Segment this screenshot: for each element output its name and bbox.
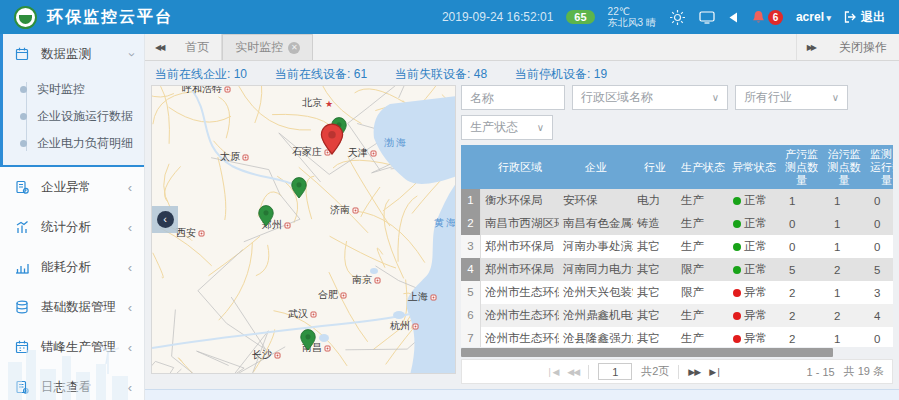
city-marker-icon (375, 278, 380, 283)
prev-page-icon[interactable]: ◀◀ (567, 367, 579, 377)
notifications[interactable]: 6 (752, 10, 783, 25)
aqi-badge: 65 (566, 10, 594, 24)
database-icon (15, 300, 31, 314)
table-cell: 异常 (729, 308, 779, 323)
speaker-icon[interactable] (728, 12, 739, 23)
sidebar-item[interactable]: 基础数据管理‹ (3, 287, 144, 327)
city-marker-icon (275, 353, 280, 358)
sidebar-menu: 数据监测‹实时监控企业设施运行数据企业电力负荷明细企业异常‹统计分析‹能耗分析‹… (0, 34, 144, 400)
sidebar-subitem[interactable]: 企业电力负荷明细 (3, 130, 144, 157)
tabs-scroll-right-icon[interactable]: ▶▶ (797, 43, 825, 52)
monitor-icon[interactable] (699, 10, 715, 24)
tab-close-icon[interactable]: ✕ (288, 42, 300, 54)
close-operations-button[interactable]: 关闭操作 (839, 39, 887, 56)
table-cell: 沧州市生态环保局 (481, 285, 559, 300)
table-cell: 其它 (633, 239, 677, 254)
table-cell: 其它 (633, 262, 677, 277)
sidebar: 数据监测‹实时监控企业设施运行数据企业电力负荷明细企业异常‹统计分析‹能耗分析‹… (0, 34, 145, 400)
svg-text:天津: 天津 (348, 147, 368, 158)
stat-item: 当前在线设备: 61 (275, 66, 367, 83)
sidebar-subitem[interactable]: 企业设施运行数据 (3, 103, 144, 130)
svg-text:南京: 南京 (352, 274, 372, 285)
table-row[interactable]: 5沧州市生态环保局沧州天兴包装制品其它限产异常213 (461, 281, 893, 304)
enterprise-alert-icon (15, 180, 31, 194)
chevron-down-icon: ∨ (712, 92, 719, 103)
table-cell: 生产 (677, 193, 729, 208)
stat-item: 当前失联设备: 48 (395, 66, 487, 83)
stats-bar: 当前在线企业: 10当前在线设备: 61当前失联设备: 48当前停机设备: 19 (145, 61, 899, 85)
datetime: 2019-09-24 16:52:01 (442, 10, 553, 24)
table-row[interactable]: 2南昌市西湖区环保局南昌有色金属有限公司铸造生产正常010 (461, 212, 893, 235)
sidebar-item[interactable]: 统计分析‹ (3, 207, 144, 247)
table-row[interactable]: 3郑州市环保局河南办事处演示其它生产正常010 (461, 235, 893, 258)
svg-text:呼和浩特: 呼和浩特 (182, 86, 222, 94)
first-page-icon[interactable]: ❘◀ (546, 367, 558, 377)
map[interactable]: 呼和浩特北京★天津太原石家庄济南西安郑州合肥南京上海武汉杭州长沙南昌 渤海黄海 … (151, 85, 456, 374)
table-cell: 0 (779, 241, 824, 253)
status-dot-icon (733, 289, 741, 297)
user-menu[interactable]: acrel ▾ (796, 10, 831, 24)
horizontal-scrollbar[interactable] (461, 348, 833, 357)
column-header[interactable]: 生产状态 (677, 161, 729, 174)
stat-value: 19 (594, 67, 607, 81)
table-cell: 沧县隆鑫强力加气 (559, 331, 633, 346)
column-header[interactable]: 治污监测点数量 (824, 148, 864, 187)
tabs-scroll-left-icon[interactable]: ◀◀ (145, 34, 173, 60)
sidebar-item[interactable]: 错峰生产管理‹ (3, 327, 144, 367)
column-header[interactable]: 监测点运行数量 (864, 148, 893, 187)
table-cell: 1 (824, 195, 864, 207)
table-row[interactable]: 6沧州市生态环保局沧州鼎鑫机电设备其它生产异常224 (461, 304, 893, 327)
column-header[interactable]: 异常状态 (729, 161, 779, 174)
table-cell: 正常 (729, 239, 779, 254)
tab-实时监控[interactable]: 实时监控✕ (222, 34, 313, 60)
name-filter-input[interactable] (461, 85, 565, 110)
weather-text: 22℃ 东北风3 晴 (608, 6, 656, 28)
table-row[interactable]: 4郑州市环保局河南同力电力设计其它限产正常525 (461, 258, 893, 281)
sidebar-item[interactable]: 数据监测‹ (3, 34, 144, 74)
column-header[interactable]: 产污监测点数量 (779, 148, 824, 187)
production-status-filter-select[interactable]: 生产状态∨ (461, 115, 553, 140)
table-cell: 2 (779, 310, 824, 322)
tab-首页[interactable]: 首页 (173, 34, 222, 60)
tab-bar: ◀◀ 首页实时监控✕ ▶▶ 关闭操作 (145, 34, 899, 61)
city-marker-icon (225, 87, 230, 92)
sidebar-item[interactable]: 能耗分析‹ (3, 247, 144, 287)
region-filter-select[interactable]: 行政区域名称∨ (572, 85, 728, 110)
table-row[interactable]: 1衡水环保局安环保电力生产正常110 (461, 189, 893, 212)
table-cell: 0 (864, 195, 893, 207)
stat-item: 当前在线企业: 10 (155, 66, 247, 83)
sidebar-item-label: 日志查看 (41, 379, 91, 396)
sidebar-item[interactable]: 日志查看‹ (3, 367, 144, 400)
schedule-icon (15, 340, 31, 354)
table-cell: 3 (461, 235, 481, 258)
svg-text:西安: 西安 (176, 227, 196, 238)
svg-text:长沙: 长沙 (252, 349, 272, 360)
industry-filter-select[interactable]: 所有行业∨ (735, 85, 848, 110)
map-collapse-button[interactable]: ‹ (152, 206, 178, 233)
column-header[interactable]: 行业 (633, 161, 677, 174)
table-cell: 1 (824, 241, 864, 253)
table-cell: 5 (779, 264, 824, 276)
table-cell: 沧州鼎鑫机电设备 (559, 308, 633, 323)
table-cell: 4 (461, 258, 481, 281)
column-header[interactable]: 行政区域 (481, 161, 559, 174)
table-cell: 其它 (633, 285, 677, 300)
logout-button[interactable]: 退出 (844, 9, 885, 26)
next-page-icon[interactable]: ▶▶ (688, 367, 700, 377)
sidebar-subitem[interactable]: 实时监控 (3, 76, 144, 103)
svg-text:武汉: 武汉 (288, 308, 308, 319)
last-page-icon[interactable]: ▶❘ (709, 367, 721, 377)
page-input[interactable] (598, 363, 632, 380)
svg-text:上海: 上海 (407, 291, 428, 302)
sun-icon (669, 9, 686, 26)
sidebar-item[interactable]: 企业异常‹ (3, 167, 144, 207)
city-marker-icon (311, 312, 316, 317)
chevron-down-icon: ▾ (824, 13, 831, 23)
column-header[interactable]: 企业 (559, 161, 633, 174)
table-row[interactable]: 7沧州市生态环保局沧县隆鑫强力加气其它生产异常210 (461, 327, 893, 347)
table-cell: 正常 (729, 193, 779, 208)
status-dot-icon (733, 220, 741, 228)
chevron-down-icon: ∨ (832, 92, 839, 103)
table-body: 1衡水环保局安环保电力生产正常1102南昌市西湖区环保局南昌有色金属有限公司铸造… (461, 189, 893, 347)
table-cell: 2 (461, 212, 481, 235)
